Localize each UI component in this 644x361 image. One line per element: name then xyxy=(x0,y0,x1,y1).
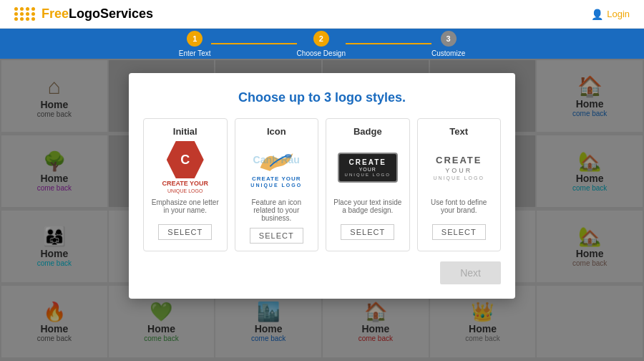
icon-description: Feature an icon related to your business… xyxy=(241,198,313,222)
initial-preview: C CREATE YOURUNIQUE LOGO xyxy=(150,143,221,193)
initial-description: Emphasize one letter in your name. xyxy=(150,198,221,218)
modal-overlay: Choose up to 3 logo styles. Initial C CR… xyxy=(0,59,644,361)
login-label: Login xyxy=(607,9,630,19)
login-button[interactable]: 👤 Login xyxy=(591,9,630,20)
progress-line-1 xyxy=(211,43,297,44)
initial-select-button[interactable]: SELECT xyxy=(158,224,212,240)
initial-hex-icon: C xyxy=(167,141,204,178)
text-label: Text xyxy=(449,126,468,137)
badge-preview: CREATE YOUR UNIQUE LOGO xyxy=(332,143,404,193)
logo-style-modal: Choose up to 3 logo styles. Initial C CR… xyxy=(129,73,515,299)
logo-text: FreeLogoServices xyxy=(42,6,153,21)
step3-label: Customize xyxy=(431,49,465,57)
badge-preview-box: CREATE YOUR UNIQUE LOGO xyxy=(338,153,398,183)
text-description: Use font to define your brand. xyxy=(424,198,495,218)
text-preview: CREATE YOUR UNIQUE LOGO xyxy=(424,143,495,193)
badge-style-card: Badge CREATE YOUR UNIQUE LOGO Place your… xyxy=(326,118,410,251)
modal-title: Choose up to 3 logo styles. xyxy=(143,90,501,105)
bird-svg-icon xyxy=(257,147,296,175)
text-style-card: Text CREATE YOUR UNIQUE LOGO Use font to… xyxy=(417,118,502,251)
text-preview-content: CREATE YOUR UNIQUE LOGO xyxy=(434,155,484,180)
initial-label: Initial xyxy=(173,126,197,137)
progress-steps: 1 Enter Text 2 Choose Design 3 Customize xyxy=(179,31,465,57)
logo-dots-icon xyxy=(14,7,36,21)
step-enter-text: 1 Enter Text xyxy=(179,31,211,57)
header: FreeLogoServices 👤 Login xyxy=(0,0,644,29)
style-grid: Initial C CREATE YOURUNIQUE LOGO Emphasi… xyxy=(143,118,501,251)
user-icon: 👤 xyxy=(591,9,603,20)
progress-bar: 1 Enter Text 2 Choose Design 3 Customize xyxy=(0,29,644,59)
step2-circle: 2 xyxy=(313,31,329,47)
badge-select-button[interactable]: SELECT xyxy=(341,224,394,240)
logo-free: Free xyxy=(42,6,69,21)
icon-select-button[interactable]: SELECT xyxy=(250,228,303,244)
step2-label: Choose Design xyxy=(297,49,346,57)
initial-style-card: Initial C CREATE YOURUNIQUE LOGO Emphasi… xyxy=(143,118,228,251)
icon-preview: CREATE YOURUNIQUE LOGO Canh Rau xyxy=(241,143,313,193)
step-choose-design: 2 Choose Design xyxy=(297,31,346,57)
progress-line-2 xyxy=(346,43,431,44)
step1-label: Enter Text xyxy=(179,49,211,57)
next-button[interactable]: Next xyxy=(440,261,501,284)
badge-label: Badge xyxy=(353,126,382,137)
next-button-wrap: Next xyxy=(143,261,501,284)
text-select-button[interactable]: SELECT xyxy=(432,224,486,240)
badge-description: Place your text inside a badge design. xyxy=(332,198,404,218)
step1-circle: 1 xyxy=(187,31,203,47)
site-logo: FreeLogoServices xyxy=(14,6,153,21)
svg-point-0 xyxy=(285,154,291,158)
logo-rest: LogoServices xyxy=(69,6,153,21)
icon-label: Icon xyxy=(267,126,286,137)
step-customize: 3 Customize xyxy=(431,31,465,57)
icon-style-card: Icon CREATE YOURUNIQUE LOGO Canh Rau Fea… xyxy=(235,118,319,251)
step3-circle: 3 xyxy=(441,31,457,47)
